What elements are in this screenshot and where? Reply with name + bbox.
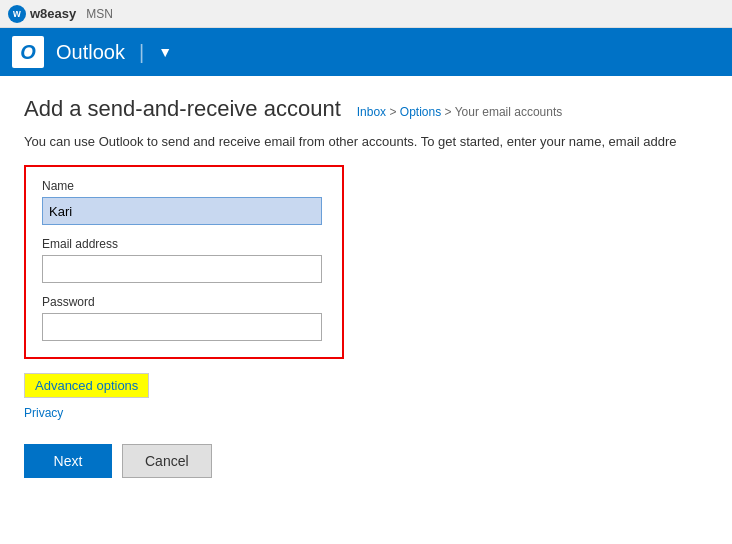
next-button[interactable]: Next xyxy=(24,444,112,478)
breadcrumb-current: Your email accounts xyxy=(455,105,563,119)
breadcrumb-sep2: > xyxy=(441,105,454,119)
advanced-options-button[interactable]: Advanced options xyxy=(24,373,149,398)
email-label: Email address xyxy=(42,237,326,251)
page-title: Add a send-and-receive account xyxy=(24,96,341,122)
app-name: w8easy xyxy=(30,6,76,21)
outlook-title: Outlook xyxy=(56,41,125,64)
name-input[interactable] xyxy=(42,197,322,225)
title-row: Add a send-and-receive account Inbox > O… xyxy=(24,96,708,122)
outlook-icon-box: O xyxy=(12,36,44,68)
description-text: You can use Outlook to send and receive … xyxy=(24,134,708,149)
top-bar: w w8easy MSN xyxy=(0,0,732,28)
breadcrumb-options[interactable]: Options xyxy=(400,105,441,119)
password-field-group: Password xyxy=(42,295,326,341)
outlook-o-icon: O xyxy=(20,41,36,64)
password-label: Password xyxy=(42,295,326,309)
msn-label: MSN xyxy=(86,7,113,21)
button-row: Next Cancel xyxy=(24,444,708,478)
dropdown-arrow-icon[interactable]: ▼ xyxy=(158,44,172,60)
cancel-button[interactable]: Cancel xyxy=(122,444,212,478)
breadcrumb: Inbox > Options > Your email accounts xyxy=(357,105,563,119)
breadcrumb-inbox[interactable]: Inbox xyxy=(357,105,386,119)
email-field-group: Email address xyxy=(42,237,326,283)
breadcrumb-sep1: > xyxy=(386,105,400,119)
app-logo: w xyxy=(8,5,26,23)
content-area: Add a send-and-receive account Inbox > O… xyxy=(0,76,732,544)
password-input[interactable] xyxy=(42,313,322,341)
privacy-link[interactable]: Privacy xyxy=(24,406,708,420)
form-box: Name Email address Password xyxy=(24,165,344,359)
outlook-bar: O Outlook | ▼ xyxy=(0,28,732,76)
name-field-group: Name xyxy=(42,179,326,225)
email-input[interactable] xyxy=(42,255,322,283)
name-label: Name xyxy=(42,179,326,193)
bar-divider: | xyxy=(139,41,144,64)
